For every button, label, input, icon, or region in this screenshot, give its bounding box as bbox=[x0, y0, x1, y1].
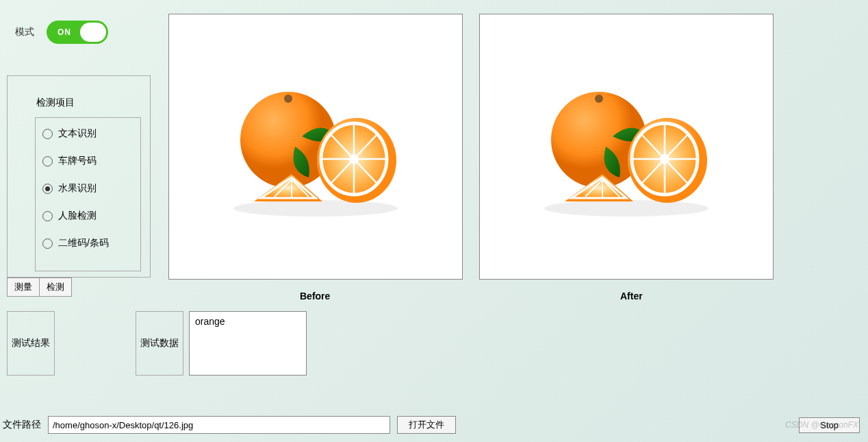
stop-button[interactable]: Stop bbox=[799, 417, 860, 433]
orange-image-icon bbox=[524, 71, 729, 222]
radio-item-text-recognition[interactable]: 文本识别 bbox=[42, 127, 133, 140]
footer-row: 文件路径 打开文件 Stop bbox=[3, 416, 860, 434]
radio-label: 文本识别 bbox=[58, 127, 97, 140]
panel-title: 检测项目 bbox=[36, 97, 75, 109]
radio-icon bbox=[42, 156, 53, 167]
svg-point-14 bbox=[349, 154, 359, 164]
radio-item-fruit-recognition[interactable]: 水果识别 bbox=[42, 182, 133, 195]
radio-label: 二维码/条码 bbox=[58, 237, 109, 249]
image-viewer-before bbox=[168, 14, 463, 280]
file-path-input[interactable] bbox=[48, 416, 390, 434]
open-file-button[interactable]: 打开文件 bbox=[397, 416, 456, 434]
test-data-label-box: 测试数据 bbox=[136, 311, 183, 376]
svg-point-2 bbox=[284, 95, 292, 103]
radio-icon bbox=[42, 238, 53, 249]
radio-item-license-plate[interactable]: 车牌号码 bbox=[42, 155, 133, 167]
svg-point-18 bbox=[544, 200, 709, 217]
radio-icon bbox=[42, 211, 53, 221]
radio-icon bbox=[42, 129, 53, 139]
orange-image-icon bbox=[213, 71, 418, 222]
radio-label: 水果识别 bbox=[58, 182, 97, 195]
after-label: After bbox=[620, 291, 643, 302]
radio-icon bbox=[42, 184, 53, 194]
radio-item-qr-barcode[interactable]: 二维码/条码 bbox=[42, 237, 133, 249]
tabs: 测量 检测 bbox=[7, 278, 72, 297]
svg-point-20 bbox=[595, 95, 603, 103]
image-viewer-after bbox=[479, 14, 774, 280]
radio-label: 车牌号码 bbox=[58, 155, 97, 167]
mode-label: 模式 bbox=[15, 26, 34, 38]
test-result-box: 测试结果 bbox=[7, 311, 55, 376]
svg-point-32 bbox=[660, 154, 669, 164]
svg-point-0 bbox=[233, 200, 398, 217]
before-label: Before bbox=[300, 291, 330, 302]
radio-item-face-detection[interactable]: 人脸检测 bbox=[42, 210, 133, 222]
toggle-on-text: ON bbox=[58, 27, 71, 37]
toggle-knob bbox=[80, 23, 106, 42]
mode-toggle[interactable]: ON bbox=[47, 21, 108, 44]
tab-detect[interactable]: 检测 bbox=[40, 278, 72, 297]
file-path-label: 文件路径 bbox=[3, 419, 41, 431]
radio-label: 人脸检测 bbox=[58, 210, 97, 222]
test-data-value: orange bbox=[189, 311, 307, 376]
radio-group: 文本识别 车牌号码 水果识别 人脸检测 二维码/条码 bbox=[35, 117, 141, 271]
tab-measure[interactable]: 测量 bbox=[7, 278, 40, 297]
detection-panel: 检测项目 文本识别 车牌号码 水果识别 人脸检测 二维码/条码 bbox=[7, 75, 151, 278]
